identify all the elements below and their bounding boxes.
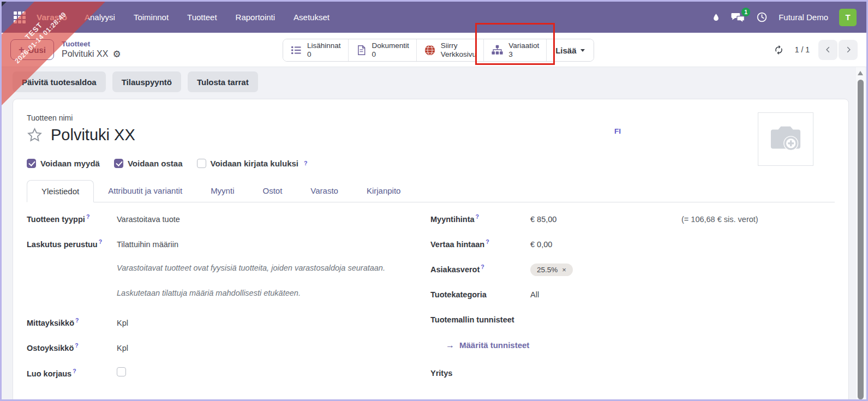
tax-included-note: (= 106,68 € sis. verot) (681, 215, 758, 224)
list-icon (290, 44, 302, 56)
avatar[interactable]: T (839, 9, 857, 26)
field-purchase-uom: Ostoyksikkö? Kpl (27, 342, 430, 353)
top-navbar: Varasto Analyysi Toiminnot Tuotteet Rapo… (2, 2, 866, 33)
droplet-icon[interactable] (712, 12, 720, 22)
language-flag[interactable]: FI (614, 127, 621, 135)
documents-button[interactable]: Dokumentit 0 (348, 39, 416, 61)
compare-price-value[interactable]: € 0,00 (530, 240, 552, 249)
chevron-right-icon (845, 45, 852, 54)
tag-remove-icon[interactable]: × (562, 266, 566, 274)
field-product-type: Tuotteen tyyppi? Varastoitava tuote (27, 213, 430, 224)
field-company: Yritys (430, 369, 835, 380)
checkbox-checked-icon (27, 159, 36, 168)
tab-varasto[interactable]: Varasto (296, 180, 352, 202)
can-be-expensed-checkbox[interactable]: Voidaan kirjata kuluksi ? (197, 159, 308, 168)
can-be-purchased-checkbox[interactable]: Voidaan ostaa (114, 159, 183, 168)
field-invoicing-policy: Laskutus perustuu? Tilattuihin määriin (27, 238, 430, 249)
tab-myynti[interactable]: Myynti (196, 180, 248, 202)
user-menu[interactable]: Futural Demo (779, 13, 828, 22)
gear-icon[interactable]: ⚙ (112, 50, 121, 59)
tab-attribuutit[interactable]: Attribuutit ja variantit (94, 180, 196, 202)
globe-icon (424, 44, 436, 56)
activities-clock-icon[interactable] (756, 11, 768, 23)
invoicing-note-row: Laskutetaan tilattuja määriä mahdollises… (27, 289, 430, 300)
scroll-up-arrow-icon[interactable] (858, 71, 863, 75)
product-image-placeholder[interactable] (758, 112, 813, 166)
go-to-website-button[interactable]: Siirry Verkkosivu (416, 39, 483, 61)
update-quantity-button[interactable]: Päivitä tuotesaldoa (13, 71, 106, 92)
favorite-star-icon[interactable] (27, 127, 43, 143)
replenish-button[interactable]: Tilauspyyntö (112, 71, 181, 92)
stat-button-group: Lisähinnat 0 Dokumentit 0 Siirry (283, 39, 594, 62)
message-count-badge: 1 (741, 8, 750, 16)
sales-price-value[interactable]: € 85,00 (530, 215, 681, 224)
help-marker: ? (75, 342, 78, 349)
stat-value: 0 (372, 50, 409, 59)
control-panel: + Uusi Tuotteet Polvituki XX ⚙ Lisähinna… (2, 33, 866, 67)
notebook-tabs: Yleistiedot Attribuutit ja variantit Myy… (27, 180, 835, 202)
help-marker: ? (486, 238, 489, 245)
form-sheet: Tuotteen nimi Polvituki XX FI Voidaan my… (13, 99, 849, 401)
menu-asetukset[interactable]: Asetukset (292, 9, 331, 25)
corner-mark (2, 2, 7, 7)
uom-value[interactable]: Kpl (117, 319, 128, 327)
help-marker: ? (99, 238, 102, 245)
breadcrumb-current: Polvituki XX (62, 49, 108, 59)
refresh-icon (774, 45, 784, 55)
product-category-value[interactable]: All (530, 290, 539, 299)
menu-analyysi[interactable]: Analyysi (83, 9, 116, 25)
breadcrumb-parent[interactable]: Tuotteet (62, 40, 121, 49)
new-button[interactable]: + Uusi (10, 39, 54, 60)
product-name-label: Tuotteen nimi (27, 113, 835, 122)
help-marker: ? (304, 160, 307, 166)
app-name-varasto[interactable]: Varasto (37, 13, 67, 22)
product-type-value[interactable]: Varastoitava tuote (117, 215, 180, 224)
checkbox-unchecked-icon (197, 159, 206, 168)
tab-ostot[interactable]: Ostot (248, 180, 296, 202)
pager-next-button[interactable] (839, 40, 858, 60)
purchase-uom-value[interactable]: Kpl (117, 344, 128, 352)
caret-down-icon (580, 49, 585, 52)
pager-previous-button[interactable] (818, 40, 837, 60)
help-marker: ? (476, 213, 479, 220)
refresh-button[interactable] (771, 43, 786, 57)
tab-yleistiedot[interactable]: Yleistiedot (27, 180, 94, 202)
invoicing-note: Laskutetaan tilattuja määriä mahdollises… (117, 289, 301, 297)
apps-grid-icon[interactable] (11, 9, 28, 26)
vertical-scrollbar[interactable] (856, 67, 865, 399)
chevron-left-icon (824, 45, 832, 54)
field-uom: Mittayksikkö? Kpl (27, 317, 430, 328)
product-type-note-row: Varastoitavat tuotteet ovat fyysisiä tuo… (27, 264, 430, 274)
variants-button[interactable]: Variaatiot 3 (483, 39, 546, 61)
breadcrumb: Tuotteet Polvituki XX ⚙ (62, 40, 121, 60)
tax-tag[interactable]: 25.5% × (530, 264, 573, 276)
new-button-label: Uusi (28, 45, 46, 55)
stat-value: Verkkosivu (441, 50, 476, 59)
menu-toiminnot[interactable]: Toiminnot (133, 9, 170, 25)
stat-label: Variaatiot (508, 41, 539, 50)
stat-label: Lisähinnat (307, 41, 341, 50)
more-dropdown-button[interactable]: Lisää (546, 39, 593, 61)
stat-value: 0 (307, 50, 341, 59)
extra-prices-button[interactable]: Lisähinnat 0 (283, 39, 348, 61)
field-create-repair: Luo korjaus? (27, 367, 430, 378)
arrow-right-icon: → (446, 340, 454, 350)
print-labels-button[interactable]: Tulosta tarrat (188, 71, 258, 92)
tab-kirjanpito[interactable]: Kirjanpito (352, 180, 415, 202)
messages-icon[interactable]: 1 (731, 11, 745, 23)
help-marker: ? (75, 317, 79, 324)
menu-raportointi[interactable]: Raportointi (235, 9, 277, 25)
menu-tuotteet[interactable]: Tuotteet (186, 9, 218, 25)
field-compare-price: Vertaa hintaan? € 0,00 (430, 238, 835, 249)
camera-plus-icon (768, 123, 804, 155)
can-be-sold-checkbox[interactable]: Voidaan myydä (27, 159, 100, 168)
define-tags-link[interactable]: → Määritä tunnisteet (446, 340, 529, 350)
grid-icon (14, 11, 26, 23)
invoicing-policy-value[interactable]: Tilattuihin määriin (117, 240, 178, 249)
form-right-column: Myyntihinta? € 85,00 (= 106,68 € sis. ve… (430, 213, 835, 394)
create-repair-checkbox[interactable] (117, 367, 126, 376)
scrollbar-thumb[interactable] (858, 80, 864, 399)
statusbar-actions: Päivitä tuotesaldoa Tilauspyyntö Tulosta… (13, 71, 258, 92)
pager-zone: 1 / 1 (771, 40, 858, 60)
product-title[interactable]: Polvituki XX (51, 125, 135, 146)
